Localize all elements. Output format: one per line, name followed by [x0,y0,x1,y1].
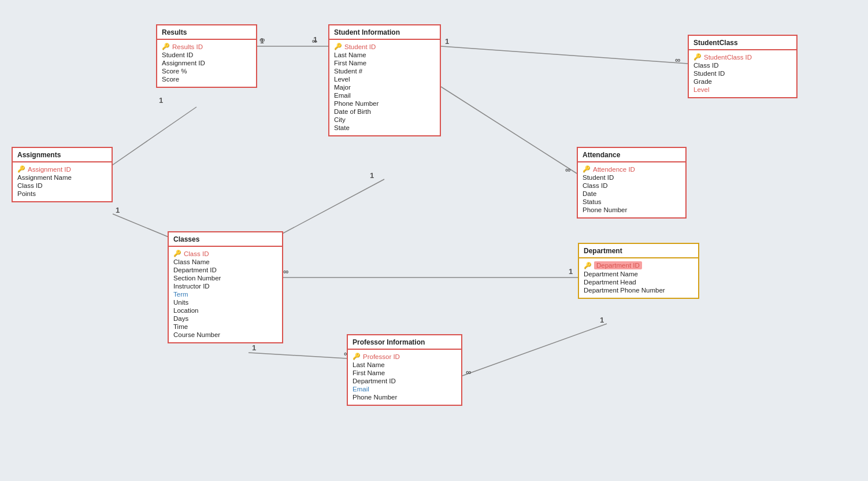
field-class-time: Time [173,323,277,331]
entity-classes-body: 🔑Class ID Class Name Department ID Secti… [169,247,282,342]
svg-text:∞: ∞ [675,56,680,64]
field-prof-dept-id: Department ID [353,377,457,385]
field-si-level: Level [334,75,435,83]
field-si-student-num: Student # [334,67,435,75]
entity-student-class[interactable]: StudentClass 🔑StudentClass ID Class ID S… [688,35,797,98]
field-class-section: Section Number [173,274,277,282]
field-class-dept-id: Department ID [173,266,277,274]
svg-text:∞: ∞ [312,37,317,45]
pk-icon: 🔑 [162,43,170,50]
field-class-instructor: Instructor ID [173,282,277,290]
field-class-location: Location [173,306,277,314]
field-score-pct: Score % [162,67,251,75]
entity-dept-body: 🔑 Department ID Department Name Departme… [579,258,698,298]
field-sc-student-id: Student ID [693,69,792,77]
svg-text:1: 1 [313,35,317,44]
svg-text:1: 1 [260,37,264,45]
field-prof-phone: Phone Number [353,393,457,401]
entity-student-body: 🔑Student ID Last Name First Name Student… [329,40,440,135]
field-prof-id: 🔑Professor ID [353,352,457,361]
svg-text:∞: ∞ [259,35,265,44]
field-si-phone: Phone Number [334,99,435,108]
pk-icon-dept: 🔑 [584,262,592,269]
entity-prof-header: Professor Information [348,335,461,350]
svg-text:1: 1 [445,37,449,46]
field-si-city: City [334,116,435,124]
entity-classes[interactable]: Classes 🔑Class ID Class Name Department … [168,231,283,343]
field-dept-id: 🔑 Department ID [584,261,693,270]
field-sc-level: Level [693,86,792,94]
pk-icon-si: 🔑 [334,43,342,50]
svg-text:1: 1 [159,96,163,105]
svg-text:1: 1 [569,267,573,276]
field-dept-phone: Department Phone Number [584,286,693,294]
field-class-days: Days [173,314,277,323]
field-assign-name: Assignment Name [17,173,107,182]
field-dept-name: Department Name [584,270,693,278]
field-si-state: State [334,124,435,132]
field-class-units: Units [173,298,277,306]
field-attend-phone: Phone Number [583,206,681,214]
field-class-name: Class Name [173,258,277,266]
field-si-first-name: First Name [334,59,435,67]
pk-icon-sc: 🔑 [693,53,702,61]
svg-text:1: 1 [370,171,374,180]
entity-sc-header: StudentClass [689,36,796,50]
field-sc-class-id: Class ID [693,61,792,69]
field-sc-id: 🔑StudentClass ID [693,53,792,61]
diagram-canvas: 1 ∞ ∞ 1 1 ∞ 1 ∞ ∞ ∞ 1 ∞ ∞ 1 1 ∞ 1 ∞ ∞ 1 … [0,0,868,481]
entity-results[interactable]: Results 🔑Results ID Student ID Assignmen… [156,24,257,88]
entity-sc-body: 🔑StudentClass ID Class ID Student ID Gra… [689,50,796,97]
entity-department[interactable]: Department 🔑 Department ID Department Na… [578,243,699,299]
entity-student-information[interactable]: Student Information 🔑Student ID Last Nam… [328,24,441,136]
field-class-course-num: Course Number [173,331,277,339]
pk-icon-attend: 🔑 [583,165,591,173]
svg-text:1: 1 [116,206,120,214]
svg-line-3 [441,87,577,173]
field-attend-date: Date [583,190,681,198]
entity-assignments[interactable]: Assignments 🔑Assignment ID Assignment Na… [12,147,113,202]
field-si-dob: Date of Birth [334,108,435,116]
field-si-student-id: 🔑Student ID [334,42,435,51]
svg-text:∞: ∞ [283,267,288,276]
field-dept-head: Department Head [584,278,693,286]
entity-results-header: Results [157,25,256,40]
entity-professor-information[interactable]: Professor Information 🔑Professor ID Last… [347,334,462,406]
svg-text:∞: ∞ [466,368,471,376]
entity-classes-header: Classes [169,232,282,247]
field-results-id: 🔑Results ID [162,42,251,51]
svg-line-2 [441,46,688,64]
svg-text:∞: ∞ [565,165,570,174]
entity-attend-header: Attendance [578,148,685,162]
field-student-id: Student ID [162,51,251,59]
entity-dept-header: Department [579,244,698,258]
field-score: Score [162,75,251,83]
field-attend-student-id: Student ID [583,173,681,182]
field-attend-status: Status [583,198,681,206]
entity-prof-body: 🔑Professor ID Last Name First Name Depar… [348,350,461,405]
field-assignment-id: Assignment ID [162,59,251,67]
pk-icon-assign: 🔑 [17,165,25,173]
field-class-term: Term [173,290,277,298]
svg-line-8 [462,324,607,376]
field-assign-class-id: Class ID [17,182,107,190]
field-si-email: Email [334,91,435,99]
entity-attendance[interactable]: Attendance 🔑Attendence ID Student ID Cla… [577,147,687,219]
svg-text:1: 1 [252,343,256,352]
field-assign-points: Points [17,190,107,198]
pk-icon-prof: 🔑 [353,353,361,360]
entity-results-body: 🔑Results ID Student ID Assignment ID Sco… [157,40,256,87]
field-sc-grade: Grade [693,77,792,86]
field-prof-last: Last Name [353,361,457,369]
field-si-major: Major [334,83,435,91]
entity-assign-body: 🔑Assignment ID Assignment Name Class ID … [13,162,112,201]
svg-line-6 [248,353,347,358]
pk-icon-class: 🔑 [173,250,181,257]
field-assign-id: 🔑Assignment ID [17,165,107,173]
entity-student-header: Student Information [329,25,440,40]
field-class-id: 🔑Class ID [173,249,277,258]
svg-text:1: 1 [600,316,604,324]
entity-attend-body: 🔑Attendence ID Student ID Class ID Date … [578,162,685,217]
entity-assign-header: Assignments [13,148,112,162]
field-si-last-name: Last Name [334,51,435,59]
